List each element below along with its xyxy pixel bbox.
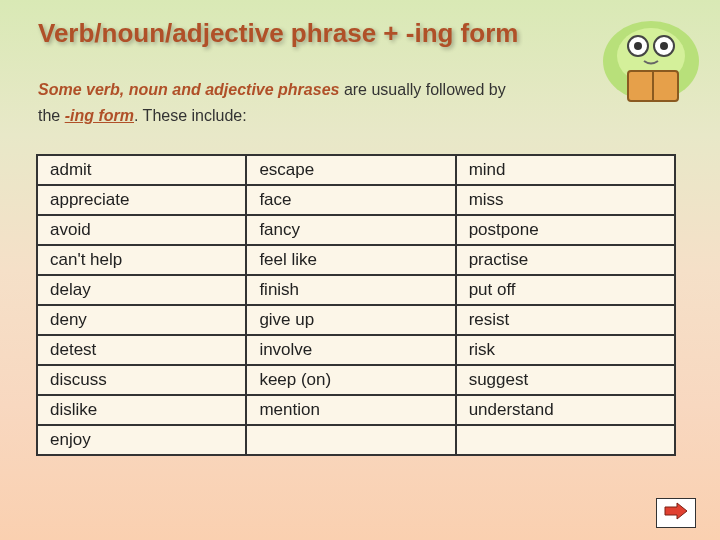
svg-marker-8: [665, 503, 687, 519]
table-row: discusskeep (on)suggest: [37, 365, 675, 395]
table-cell: understand: [456, 395, 675, 425]
table-row: delayfinishput off: [37, 275, 675, 305]
desc-lead: Some verb, noun and adjective phrases: [38, 81, 339, 98]
table-cell: keep (on): [246, 365, 455, 395]
arrow-right-icon: [663, 501, 689, 525]
table-cell: mind: [456, 155, 675, 185]
table-row: detestinvolverisk: [37, 335, 675, 365]
table-row: dislikementionunderstand: [37, 395, 675, 425]
table-cell: fancy: [246, 215, 455, 245]
table-cell: resist: [456, 305, 675, 335]
table-cell: delay: [37, 275, 246, 305]
table-cell: finish: [246, 275, 455, 305]
table-cell: escape: [246, 155, 455, 185]
desc-mid1: are usually followed by: [339, 81, 505, 98]
next-arrow-button[interactable]: [656, 498, 696, 528]
table-cell: [456, 425, 675, 455]
table-cell: avoid: [37, 215, 246, 245]
table-cell: postpone: [456, 215, 675, 245]
table-cell: risk: [456, 335, 675, 365]
table-cell: deny: [37, 305, 246, 335]
table-cell: miss: [456, 185, 675, 215]
table-cell: suggest: [456, 365, 675, 395]
page-title: Verb/noun/adjective phrase + -ing form: [38, 18, 692, 49]
bookworm-mascot-icon: [596, 6, 706, 116]
table-cell: [246, 425, 455, 455]
desc-mid2: the: [38, 107, 65, 124]
table-cell: enjoy: [37, 425, 246, 455]
table-cell: admit: [37, 155, 246, 185]
desc-keyword: -ing form: [65, 107, 134, 124]
svg-point-4: [634, 42, 642, 50]
table-row: admitescapemind: [37, 155, 675, 185]
svg-point-5: [660, 42, 668, 50]
table-cell: appreciate: [37, 185, 246, 215]
table-cell: involve: [246, 335, 455, 365]
table-cell: face: [246, 185, 455, 215]
table-cell: detest: [37, 335, 246, 365]
table-row: can't helpfeel likepractise: [37, 245, 675, 275]
table-cell: discuss: [37, 365, 246, 395]
table-row: avoidfancypostpone: [37, 215, 675, 245]
desc-tail: . These include:: [134, 107, 247, 124]
table-cell: dislike: [37, 395, 246, 425]
table-row: appreciatefacemiss: [37, 185, 675, 215]
verb-table: admitescapemindappreciatefacemissavoidfa…: [36, 154, 676, 456]
description-text: Some verb, noun and adjective phrases ar…: [38, 77, 692, 128]
table-cell: practise: [456, 245, 675, 275]
table-cell: can't help: [37, 245, 246, 275]
table-cell: put off: [456, 275, 675, 305]
table-cell: give up: [246, 305, 455, 335]
table-row: denygive upresist: [37, 305, 675, 335]
table-cell: feel like: [246, 245, 455, 275]
table-row: enjoy: [37, 425, 675, 455]
table-cell: mention: [246, 395, 455, 425]
